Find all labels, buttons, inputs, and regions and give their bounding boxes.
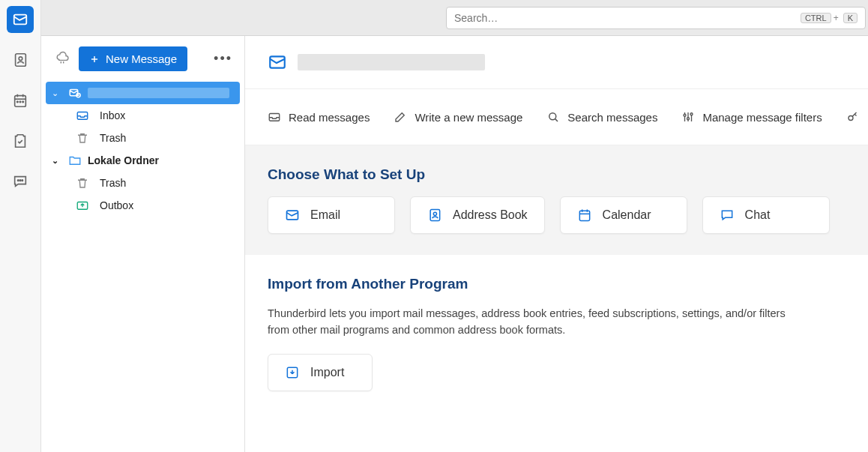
address-book-space-button[interactable] xyxy=(7,46,34,73)
svg-point-12 xyxy=(22,180,22,181)
svg-point-30 xyxy=(690,113,693,115)
action-label: Write a new message xyxy=(415,111,522,124)
trash-icon xyxy=(76,176,89,190)
calendar-space-button[interactable] xyxy=(7,87,34,114)
svg-rect-35 xyxy=(579,211,589,220)
folder-outbox[interactable]: Outbox xyxy=(41,194,244,217)
svg-point-29 xyxy=(687,118,690,120)
new-message-label: New Message xyxy=(106,52,177,65)
kbd-plus: + xyxy=(834,13,839,23)
title-bar: CTRL + K xyxy=(41,0,868,36)
inbox-icon xyxy=(76,109,89,122)
trash-icon xyxy=(76,131,89,145)
svg-point-28 xyxy=(684,114,686,116)
svg-point-34 xyxy=(433,212,436,215)
import-label: Import xyxy=(310,366,344,379)
folder-pane: New Message ••• ⌄ Inbox Trash xyxy=(41,36,245,452)
mail-icon xyxy=(268,52,287,72)
svg-point-23 xyxy=(549,113,556,120)
mail-space-button[interactable] xyxy=(7,6,34,33)
kbd-k: K xyxy=(843,13,858,23)
local-folders-row[interactable]: ⌄ Lokale Ordner xyxy=(41,149,244,172)
folder-more-button[interactable]: ••• xyxy=(211,51,235,67)
folder-label: Lokale Ordner xyxy=(88,154,159,166)
write-message-action[interactable]: Write a new message xyxy=(394,110,522,124)
encryption-action[interactable] xyxy=(846,110,860,124)
mail-account-icon xyxy=(68,86,82,100)
search-messages-action[interactable]: Search messages xyxy=(546,110,657,124)
setup-heading: Choose What to Set Up xyxy=(268,166,846,183)
manage-filters-action[interactable]: Manage message filters xyxy=(681,110,822,124)
global-search-box[interactable]: CTRL + K xyxy=(446,7,866,29)
setup-section: Choose What to Set Up Email Address Book… xyxy=(245,145,868,255)
card-label: Address Book xyxy=(453,208,528,222)
import-description: Thunderbird lets you import mail message… xyxy=(268,306,807,339)
setup-addressbook-card[interactable]: Address Book xyxy=(410,196,545,234)
account-email-redacted xyxy=(298,54,485,70)
svg-line-24 xyxy=(555,119,558,121)
import-button[interactable]: Import xyxy=(268,354,373,391)
chevron-down-icon: ⌄ xyxy=(52,156,62,166)
folder-inbox[interactable]: Inbox xyxy=(41,104,244,127)
card-label: Calendar xyxy=(603,208,651,222)
spaces-toolbar xyxy=(0,0,41,452)
action-label: Search messages xyxy=(567,111,657,124)
folder-label: Outbox xyxy=(100,199,133,211)
search-input[interactable] xyxy=(454,12,798,24)
setup-calendar-card[interactable]: Calendar xyxy=(560,196,687,234)
setup-chat-card[interactable]: Chat xyxy=(702,196,830,234)
account-row[interactable]: ⌄ xyxy=(46,82,240,104)
action-label: Read messages xyxy=(289,111,370,124)
folder-label: Inbox xyxy=(100,109,125,121)
svg-point-11 xyxy=(19,180,20,181)
setup-email-card[interactable]: Email xyxy=(268,196,395,234)
chevron-down-icon: ⌄ xyxy=(52,88,62,98)
new-message-button[interactable]: New Message xyxy=(79,46,187,71)
outbox-icon xyxy=(76,199,89,212)
chat-space-button[interactable] xyxy=(7,168,34,195)
import-heading: Import from Another Program xyxy=(268,276,846,292)
svg-point-7 xyxy=(17,101,18,102)
folder-trash[interactable]: Trash xyxy=(41,127,244,149)
kbd-ctrl: CTRL xyxy=(801,13,831,23)
local-trash[interactable]: Trash xyxy=(41,172,244,194)
tasks-space-button[interactable] xyxy=(7,127,34,154)
quick-actions-row: Read messages Write a new message Search… xyxy=(245,89,868,145)
card-label: Email xyxy=(310,208,340,222)
account-name-redacted xyxy=(88,88,229,98)
action-label: Manage message filters xyxy=(702,111,822,124)
setup-card-row: Email Address Book Calendar Chat xyxy=(268,196,846,234)
read-messages-action[interactable]: Read messages xyxy=(268,110,370,124)
svg-point-8 xyxy=(19,101,20,102)
import-section: Import from Another Program Thunderbird … xyxy=(245,255,868,412)
card-label: Chat xyxy=(745,208,771,222)
folder-label: Trash xyxy=(100,177,126,189)
svg-point-10 xyxy=(18,180,19,181)
account-header xyxy=(245,36,868,89)
main-content: Read messages Write a new message Search… xyxy=(245,36,868,452)
folder-label: Trash xyxy=(100,132,126,144)
folder-toolbar: New Message ••• xyxy=(41,46,244,82)
get-messages-icon[interactable] xyxy=(55,50,70,68)
svg-point-31 xyxy=(849,116,853,121)
svg-point-2 xyxy=(19,57,22,61)
folder-icon xyxy=(68,154,82,167)
svg-point-9 xyxy=(22,101,23,102)
